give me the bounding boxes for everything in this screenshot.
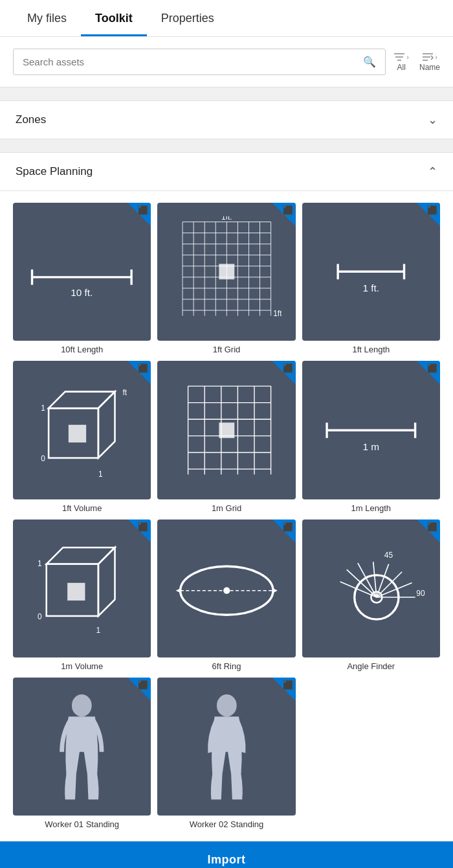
asset-card-10ft-length[interactable]: ⬛ 10 ft. 10ft Length [13,203,151,354]
asset-card-1m-volume[interactable]: ⬛ 1 0 1 1m Volume [13,520,151,671]
asset-thumb-1m-grid: ⬛ [157,361,295,499]
asset-label-worker-02: Worker 02 Standing [190,819,264,829]
svg-marker-36 [49,391,115,408]
asset-card-1ft-volume[interactable]: ⬛ 1 0 1 ft 1ft Volu [13,361,151,512]
svg-rect-63 [67,583,85,600]
svg-text:90: 90 [416,589,425,598]
asset-thumb-worker-01: ⬛ [13,678,151,816]
svg-marker-61 [47,547,115,564]
tab-properties[interactable]: Properties [147,0,228,36]
svg-text:1ft.: 1ft. [273,309,282,318]
svg-marker-70 [175,588,180,593]
thumb-visual-worker-02 [171,691,282,802]
thumb-visual-1ft-volume: 1 0 1 ft [27,375,137,486]
asset-label-1ft-volume: 1ft Volume [62,503,102,513]
space-planning-chevron: ⌃ [428,165,437,179]
asset-label-worker-01: Worker 01 Standing [45,819,119,829]
asset-thumb-1m-length: ⬛ 1 m [302,361,440,499]
svg-text:1: 1 [96,626,101,635]
svg-marker-71 [273,588,278,593]
svg-point-85 [217,694,237,716]
sort-button[interactable]: › Name [419,52,440,72]
cube-icon: ⬛ [138,522,148,532]
import-label: Import [208,853,246,866]
cube-icon: ⬛ [283,363,293,373]
search-section: 🔍 › All [0,37,453,87]
svg-text:45: 45 [384,551,393,560]
asset-thumb-6ft-ring: ⬛ [157,520,295,657]
svg-line-80 [347,569,377,597]
cube-icon: ⬛ [138,363,148,373]
asset-thumb-1ft-volume: ⬛ 1 0 1 ft [13,361,151,499]
svg-text:1: 1 [38,559,42,568]
asset-label-angle-finder: Angle Finder [347,661,395,671]
cube-icon: ⬛ [283,205,293,215]
asset-grid-section: ⬛ 10 ft. 10ft Length ⬛ [0,191,453,841]
asset-label-1m-volume: 1m Volume [61,661,103,671]
svg-text:1: 1 [98,470,103,479]
asset-card-worker-02[interactable]: ⬛ Worker 02 Standing [157,678,295,829]
asset-card-6ft-ring[interactable]: ⬛ 6ft Ring [157,520,295,671]
svg-marker-62 [98,547,115,616]
zones-chevron: ⌄ [428,113,437,127]
cube-icon: ⬛ [138,680,148,690]
thumb-visual-1ft-length: 1 ft. [316,216,426,327]
search-input[interactable] [23,56,363,67]
space-planning-header[interactable]: Space Planning ⌃ [0,152,453,191]
svg-text:0: 0 [38,612,42,621]
spacer-2 [0,139,453,146]
tab-my-files[interactable]: My files [13,0,81,36]
svg-text:1 m: 1 m [363,441,380,452]
svg-rect-55 [219,422,234,438]
asset-card-1ft-grid[interactable]: ⬛ [157,203,295,354]
thumb-visual-worker-01 [27,691,137,802]
asset-label-10ft-length: 10ft Length [61,345,103,354]
asset-thumb-angle-finder: ⬛ 90 45 [302,520,440,657]
filter-icon [393,52,405,62]
thumb-visual-1m-grid [171,375,282,486]
tab-bar: My files Toolkit Properties [0,0,453,37]
tab-toolkit[interactable]: Toolkit [81,0,147,36]
asset-label-6ft-ring: 6ft Ring [212,661,241,671]
thumb-visual-6ft-ring [171,533,282,644]
asset-card-worker-01[interactable]: ⬛ Worker 01 Standing [13,678,151,829]
svg-text:1 ft.: 1 ft. [363,282,380,293]
asset-grid: ⬛ 10 ft. 10ft Length ⬛ [13,203,440,829]
asset-label-1m-length: 1m Length [351,503,391,513]
svg-line-77 [377,564,389,597]
sort-label: Name [419,63,440,72]
asset-card-1m-grid[interactable]: ⬛ 1m Grid [157,361,295,512]
svg-marker-37 [98,391,115,457]
search-icon: 🔍 [363,56,376,68]
asset-thumb-1m-volume: ⬛ 1 0 1 [13,520,151,657]
filter-button[interactable]: › All [393,52,409,72]
filter-label: All [397,63,405,72]
asset-thumb-1ft-length: ⬛ 1 ft. [302,203,440,341]
zones-section-header[interactable]: Zones ⌄ [0,100,453,139]
cube-icon: ⬛ [427,205,437,215]
svg-text:1ft.: 1ft. [221,216,232,222]
asset-label-1ft-length: 1ft Length [352,345,390,354]
svg-text:1: 1 [41,403,46,412]
search-box[interactable]: 🔍 [13,49,386,75]
asset-card-angle-finder[interactable]: ⬛ 90 45 [302,520,440,671]
thumb-visual-1m-volume: 1 0 1 [27,533,137,644]
space-planning-title: Space Planning [16,165,93,178]
svg-point-84 [72,694,92,716]
zones-title: Zones [16,113,46,126]
asset-thumb-worker-02: ⬛ [157,678,295,816]
asset-thumb-1ft-grid: ⬛ [157,203,295,341]
thumb-visual-10ft-length: 10 ft. [27,216,137,327]
filter-chevron: › [406,53,409,61]
thumb-visual-1m-length: 1 m [316,375,426,486]
asset-label-1m-grid: 1m Grid [212,503,241,513]
thumb-visual-1ft-grid: 1ft. 1ft. [171,216,282,327]
cube-icon: ⬛ [283,680,293,690]
asset-card-1ft-length[interactable]: ⬛ 1 ft. 1ft Length [302,203,440,354]
asset-label-1ft-grid: 1ft Grid [213,345,241,354]
svg-text:10 ft.: 10 ft. [71,287,93,298]
svg-rect-38 [69,424,86,442]
sort-chevron: › [435,53,437,61]
asset-card-1m-length[interactable]: ⬛ 1 m 1m Length [302,361,440,512]
import-bar[interactable]: Import [0,841,453,868]
